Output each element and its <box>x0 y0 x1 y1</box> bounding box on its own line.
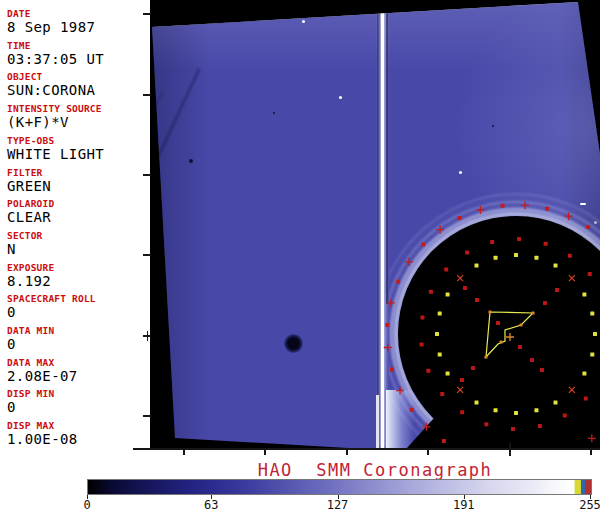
outer-red-ring-dot <box>501 204 505 208</box>
middle-red-ring-dot <box>538 424 542 428</box>
outer-red-ring-dot <box>396 280 400 284</box>
field-label: DATE <box>7 8 149 19</box>
field-value: 03:37:05 UT <box>7 52 149 67</box>
frame-axis-line <box>133 448 600 450</box>
yellow-ring-dot <box>534 408 538 412</box>
yellow-ring-dot <box>590 352 594 356</box>
diagonal-mark <box>463 286 467 290</box>
outer-red-ring-dot <box>410 408 414 412</box>
middle-red-ring-dot <box>484 422 488 426</box>
yellow-ring-dot <box>435 332 439 336</box>
yellow-ring-dot <box>582 372 586 376</box>
middle-red-ring-dot <box>584 396 588 400</box>
bottom-axis-tick <box>590 449 592 455</box>
middle-red-ring-dot <box>426 369 430 373</box>
middle-red-ring-dot <box>440 392 444 396</box>
metadata-field: TIME03:37:05 UT <box>7 40 149 67</box>
yellow-ring-dot <box>554 264 558 268</box>
coronagraph-image-canvas[interactable] <box>150 0 600 448</box>
smm-coronagraph-viewer: { "sidebar": { "label_color": "#cc0d0d",… <box>0 0 600 512</box>
field-value: 8.192 <box>7 274 149 289</box>
field-label: TYPE-OBS <box>7 135 149 146</box>
field-label: SECTOR <box>7 230 149 241</box>
outer-red-ring-dot <box>390 368 394 372</box>
field-label: POLAROID <box>7 198 149 209</box>
middle-red-ring-dot <box>420 343 424 347</box>
field-value: 8 Sep 1987 <box>7 20 149 35</box>
field-value: 0 <box>7 337 149 352</box>
middle-red-ring-dot <box>444 268 448 272</box>
middle-red-ring-dot <box>490 240 494 244</box>
field-label: DISP MIN <box>7 388 149 399</box>
plot-title: HAO SMM Coronagraph <box>150 460 600 480</box>
bottom-axis-tick <box>264 449 266 455</box>
diagonal-mark <box>543 301 547 305</box>
polygon-vertex <box>489 311 492 314</box>
metadata-sidebar: DATE8 Sep 1987TIME03:37:05 UTOBJECTSUN:C… <box>0 0 150 448</box>
yellow-ring-dot <box>534 256 538 260</box>
yellow-ring-dot <box>475 400 479 404</box>
outer-red-ring-dot <box>457 216 461 220</box>
middle-red-ring-dot <box>568 254 572 258</box>
metadata-field: DATA MIN0 <box>7 325 149 352</box>
field-value: 1.00E-08 <box>7 432 149 447</box>
outer-red-ring-dot <box>586 225 590 229</box>
left-axis-tick <box>143 174 151 176</box>
middle-red-ring-dot <box>588 272 592 276</box>
middle-red-ring-dot <box>563 414 567 418</box>
field-label: DATA MAX <box>7 357 149 368</box>
left-axis-tick <box>143 254 151 256</box>
metadata-field: DISP MIN0 <box>7 388 149 415</box>
metadata-field: INTENSITY SOURCE(K+F)*V <box>7 103 149 130</box>
metadata-field: TYPE-OBSWHITE LIGHT <box>7 135 149 162</box>
intensity-colorbar <box>87 479 592 495</box>
field-value: 0 <box>7 400 149 415</box>
metadata-field: FILTERGREEN <box>7 167 149 194</box>
colorbar-tick-label: 127 <box>327 498 349 512</box>
yellow-ring-dot <box>554 400 558 404</box>
diagonal-mark <box>540 368 544 372</box>
occulter-overlay-graphics <box>150 0 600 448</box>
middle-red-ring-dot <box>420 316 424 320</box>
left-axis-tick <box>143 13 151 15</box>
yellow-ring-dot <box>593 332 597 336</box>
metadata-field: EXPOSURE8.192 <box>7 262 149 289</box>
field-label: INTENSITY SOURCE <box>7 103 149 114</box>
colorbar-tick-label: 191 <box>453 498 475 512</box>
colorbar-tick-label: 255 <box>579 498 600 512</box>
yellow-ring-dot <box>514 253 518 257</box>
left-axis-tick <box>143 415 151 417</box>
outer-red-ring-dot <box>385 323 389 327</box>
field-value: WHITE LIGHT <box>7 147 149 162</box>
metadata-field: SECTORN <box>7 230 149 257</box>
metadata-field: POLAROIDCLEAR <box>7 198 149 225</box>
metadata-field: DATE8 Sep 1987 <box>7 8 149 35</box>
bottom-axis-tick <box>427 449 429 455</box>
yellow-ring-dot <box>514 411 518 415</box>
bottom-axis-tick <box>346 449 348 455</box>
diagonal-mark <box>460 378 464 382</box>
yellow-ring-dot <box>446 293 450 297</box>
field-label: DISP MAX <box>7 420 149 431</box>
field-value: 2.08E-07 <box>7 369 149 384</box>
outer-red-ring-dot <box>545 207 549 211</box>
polygon-vertex <box>532 312 535 315</box>
yellow-ring-dot <box>590 312 594 316</box>
field-label: EXPOSURE <box>7 262 149 273</box>
yellow-ring-dot <box>475 264 479 268</box>
outer-red-ring-dot <box>442 439 446 443</box>
field-value: CLEAR <box>7 210 149 225</box>
field-label: DATA MIN <box>7 325 149 336</box>
field-label: SPACECRAFT ROLL <box>7 293 149 304</box>
outer-red-ring-dot <box>421 242 425 246</box>
field-value: (K+F)*V <box>7 115 149 130</box>
yellow-ring-dot <box>438 352 442 356</box>
metadata-field: OBJECTSUN:CORONA <box>7 71 149 98</box>
polygon-vertex <box>485 356 488 359</box>
colorbar-tick-label: 0 <box>83 498 90 512</box>
field-value: 0 <box>7 305 149 320</box>
metadata-field: SPACECRAFT ROLL0 <box>7 293 149 320</box>
polygon-vertex <box>520 324 523 327</box>
bottom-axis-tick <box>509 443 511 456</box>
field-value: N <box>7 242 149 257</box>
